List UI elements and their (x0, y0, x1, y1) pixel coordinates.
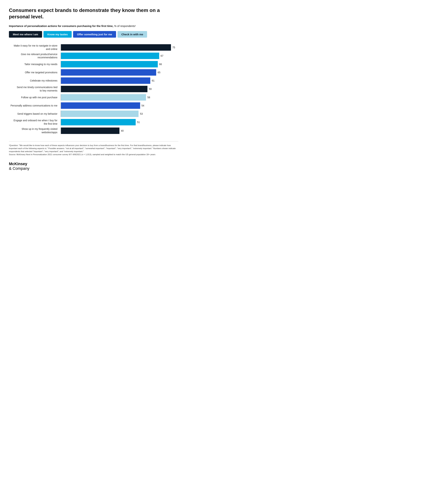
bar-container: 67 (61, 53, 178, 59)
bar-value: 58 (147, 96, 150, 99)
bar (61, 69, 156, 76)
bar-container: 61 (61, 77, 178, 84)
bar (61, 86, 147, 92)
bar-container: 66 (61, 61, 178, 68)
bar-label: Celebrate my milestones (9, 79, 61, 83)
bar (61, 53, 159, 59)
bar-value: 54 (142, 104, 144, 107)
legend-pill-meet: Meet me where I am (9, 31, 42, 38)
chart-row: Follow up with me post purchase58 (9, 94, 178, 101)
legend-row: Meet me where I amKnow my tastesOffer so… (9, 31, 178, 38)
bar-label: Offer me targeted promotions (9, 71, 61, 74)
bar-container: 53 (61, 111, 178, 117)
bar-container: 65 (61, 69, 178, 76)
bar-value: 61 (152, 79, 155, 82)
bar-container: 75 (61, 44, 178, 51)
chart-row: Send triggers based on my behavior53 (9, 111, 178, 117)
bar-label: Show up in my frequently visitedwebsites… (9, 127, 61, 134)
bar-container: 40 (61, 128, 178, 134)
mckinsey-logo: McKinsey & Company (9, 162, 178, 171)
chart-row: Show up in my frequently visitedwebsites… (9, 127, 178, 134)
legend-pill-tastes: Know my tastes (44, 31, 72, 38)
chart-row: Offer me targeted promotions65 (9, 69, 178, 76)
bar (61, 119, 136, 125)
bar-value: 51 (137, 121, 140, 124)
bar (61, 61, 158, 68)
bar-label: Tailor messaging to my needs (9, 63, 61, 66)
legend-pill-offer: Offer something just for me (73, 31, 116, 38)
bar-label: Engage and onboard me when I buy forthe … (9, 119, 61, 126)
bar-container: 58 (61, 94, 178, 101)
bar-label: Send triggers based on my behavior (9, 112, 61, 116)
bar-label: Send me timely communications tiedto key… (9, 86, 61, 92)
bar-value: 59 (149, 88, 152, 90)
bar (61, 111, 139, 117)
bar (61, 44, 171, 51)
chart-row: Personally address communications to me5… (9, 102, 178, 109)
bar (61, 77, 150, 84)
logo-line1: McKinsey (9, 162, 178, 166)
footnote-section: ¹Question: "We would like to know how ea… (9, 141, 178, 156)
chart-subtitle: Importance of personalization actions fo… (9, 24, 178, 28)
main-title: Consumers expect brands to demonstrate t… (9, 7, 178, 20)
bar-value: 65 (157, 71, 160, 74)
bar (61, 128, 119, 134)
chart-row: Tailor messaging to my needs66 (9, 61, 178, 68)
bar-value: 66 (159, 63, 162, 66)
bar-container: 59 (61, 86, 178, 92)
chart-area: Make it easy for me to navigate in-store… (9, 44, 178, 136)
bar (61, 102, 140, 109)
bar-container: 51 (61, 119, 178, 125)
bar-value: 67 (161, 54, 164, 57)
bar-label: Follow up with me post purchase (9, 96, 61, 99)
bar-value: 53 (140, 112, 143, 115)
chart-row: Engage and onboard me when I buy forthe … (9, 119, 178, 126)
chart-row: Celebrate my milestones61 (9, 77, 178, 84)
chart-row: Send me timely communications tiedto key… (9, 86, 178, 92)
legend-pill-checkin: Check in with me (118, 31, 147, 38)
bar-label: Give me relevant product/servicerecommen… (9, 53, 61, 59)
footnote-text: ¹Question: "We would like to know how ea… (9, 144, 178, 156)
bar-container: 54 (61, 102, 178, 109)
bar (61, 94, 146, 101)
logo-line2: & Company (9, 166, 178, 171)
bar-label: Make it easy for me to navigate in-store… (9, 44, 61, 51)
bar-value: 40 (121, 129, 124, 132)
chart-row: Give me relevant product/servicerecommen… (9, 53, 178, 59)
bar-value: 75 (172, 46, 175, 49)
chart-row: Make it easy for me to navigate in-store… (9, 44, 178, 51)
bar-label: Personally address communications to me (9, 104, 61, 107)
